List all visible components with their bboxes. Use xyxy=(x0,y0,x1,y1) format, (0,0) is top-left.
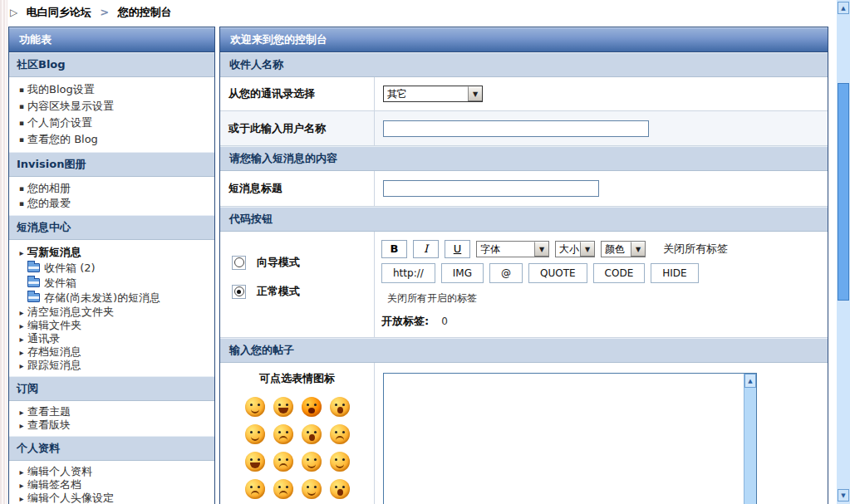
arrow-bullet-icon: ▸ xyxy=(16,306,27,319)
arrow-bullet-icon: ▸ xyxy=(16,320,27,332)
page-scrollbar-thumb[interactable] xyxy=(838,83,849,301)
emoticon-wide-eyes[interactable] xyxy=(330,479,350,499)
message-title-label: 短消息标题 xyxy=(220,171,375,206)
sidebar-section-subscriptions: 订阅 xyxy=(9,376,214,401)
section-code-buttons: 代码按钮 xyxy=(220,207,828,232)
breadcrumb: ▷ 电白同乡论坛 > 您的控制台 xyxy=(10,5,172,20)
sidebar-item-your-favorites[interactable]: ▪您的最爱 xyxy=(16,196,211,211)
wizard-mode-option[interactable]: 向导模式 xyxy=(232,255,366,270)
sidebar-item-my-blog-settings[interactable]: ▪我的Blog设置 xyxy=(16,81,211,98)
sidebar-item-edit-signature[interactable]: ▸编辑签名档 xyxy=(16,478,211,492)
sidebar-item-profile-intro-settings[interactable]: ▪个人简介设置 xyxy=(16,115,211,131)
arrow-bullet-icon: ▸ xyxy=(16,419,27,432)
folder-icon xyxy=(27,278,40,287)
address-book-select-label: 从您的通讯录选择 xyxy=(220,77,375,110)
square-bullet-icon: ▪ xyxy=(16,82,27,98)
wizard-mode-radio[interactable] xyxy=(232,256,246,270)
item-label: 个人简介设置 xyxy=(27,116,92,129)
emoticon-yell[interactable] xyxy=(302,397,322,417)
italic-button[interactable]: I xyxy=(413,240,439,258)
sidebar-item-edit-folders[interactable]: ▸编辑文件夹 xyxy=(16,319,211,332)
open-tags-count: 0 xyxy=(437,315,469,329)
address-book-select[interactable]: 其它 ▼ xyxy=(383,86,483,102)
code-button[interactable]: CODE xyxy=(593,263,646,283)
item-label: 编辑个人资料 xyxy=(27,465,92,477)
page-scrollbar[interactable]: ▲ ▼ xyxy=(837,0,850,504)
quote-button[interactable]: QUOTE xyxy=(528,263,587,283)
emoticon-smirk[interactable] xyxy=(330,452,350,472)
username-input-label: 或于此输入用户名称 xyxy=(220,111,375,145)
open-tags-label: 开放标签: xyxy=(381,315,429,327)
dropdown-arrow-icon[interactable]: ▼ xyxy=(468,86,482,101)
color-select-value: 颜色 xyxy=(602,242,631,257)
section-enter-post: 输入您的帖子 xyxy=(220,338,828,363)
item-label: 跟踪短消息 xyxy=(27,359,81,371)
emoticon-lick[interactable] xyxy=(245,424,265,444)
underline-button[interactable]: U xyxy=(445,240,470,258)
font-select[interactable]: 字体 ▼ xyxy=(476,241,549,257)
message-title-input[interactable] xyxy=(383,180,599,197)
sidebar-item-edit-avatar-settings[interactable]: ▸编辑个人头像设定 xyxy=(16,492,211,504)
page-scroll-down-button[interactable]: ▼ xyxy=(838,489,849,502)
bold-button[interactable]: B xyxy=(381,240,407,258)
emoticon-big-laugh[interactable] xyxy=(245,452,265,472)
emoticon-sealed-mouth[interactable] xyxy=(330,424,350,444)
down-arrow-icon: ▼ xyxy=(841,492,845,499)
textarea-scroll-up-button[interactable]: ▲ xyxy=(744,374,756,388)
address-book-select-value: 其它 xyxy=(384,86,468,101)
square-bullet-icon: ▪ xyxy=(16,181,27,196)
normal-mode-label: 正常模式 xyxy=(257,284,300,299)
item-label: 内容区块显示设置 xyxy=(27,100,114,112)
breadcrumb-current-page[interactable]: 您的控制台 xyxy=(118,6,172,18)
sidebar-item-view-your-blog[interactable]: ▪查看您的 Blog xyxy=(16,131,211,148)
sidebar-item-write-new-message[interactable]: ▸写新短消息 xyxy=(16,244,211,261)
sidebar-title: 功能表 xyxy=(9,27,214,52)
emoticon-sweat[interactable] xyxy=(273,452,293,472)
emoticon-shy[interactable] xyxy=(302,479,322,499)
sidebar-item-content-block-display[interactable]: ▪内容区块显示设置 xyxy=(16,98,211,115)
post-body-textarea[interactable]: ▲ xyxy=(383,373,757,504)
sidebar-item-inbox[interactable]: 收件箱 (2) xyxy=(16,261,211,276)
emoticon-sad[interactable] xyxy=(245,479,265,499)
emoticon-happy[interactable] xyxy=(302,452,322,472)
sidebar-item-track-messages[interactable]: ▸跟踪短消息 xyxy=(16,359,211,372)
dropdown-arrow-icon[interactable]: ▼ xyxy=(580,242,594,257)
emoticon-squint[interactable] xyxy=(273,479,293,499)
normal-mode-option[interactable]: 正常模式 xyxy=(232,284,366,299)
folder-icon xyxy=(27,263,40,272)
breadcrumb-forum-link[interactable]: 电白同乡论坛 xyxy=(27,6,91,18)
emoticon-tongue[interactable] xyxy=(273,397,293,417)
sidebar-item-archive-messages[interactable]: ▸存档短消息 xyxy=(16,345,211,359)
up-arrow-icon: ▲ xyxy=(748,378,752,384)
sidebar-item-saved-messages[interactable]: 存储(尚未发送)的短消息 xyxy=(16,291,211,306)
main-title: 欢迎来到您的控制台 xyxy=(220,27,828,52)
dropdown-arrow-icon[interactable]: ▼ xyxy=(534,242,548,257)
sidebar-item-empty-message-folders[interactable]: ▸清空短消息文件夹 xyxy=(16,306,211,319)
sidebar-panel: 功能表 社区Blog ▪我的Blog设置 ▪内容区块显示设置 ▪个人简介设置 ▪… xyxy=(8,27,215,504)
sidebar-item-view-forums[interactable]: ▸查看版块 xyxy=(16,418,211,432)
emoticon-ohmy[interactable] xyxy=(330,397,350,417)
emoticon-photographer[interactable] xyxy=(302,424,322,444)
sidebar-item-outbox[interactable]: 发件箱 xyxy=(16,276,211,291)
color-select[interactable]: 颜色 ▼ xyxy=(601,241,646,257)
close-all-tags-link[interactable]: 关闭所有标签 xyxy=(663,242,728,257)
sidebar-item-edit-profile[interactable]: ▸编辑个人资料 xyxy=(16,465,211,478)
img-button[interactable]: IMG xyxy=(441,263,484,283)
size-select[interactable]: 大小 ▼ xyxy=(555,241,595,257)
item-label: 您的相册 xyxy=(27,182,71,194)
username-input[interactable] xyxy=(383,120,649,137)
close-open-tags-button[interactable]: 关闭所有开启的标签 xyxy=(383,290,659,306)
email-button[interactable]: @ xyxy=(489,263,523,283)
sidebar-item-address-book[interactable]: ▸通讯录 xyxy=(16,332,211,345)
item-label: 查看版块 xyxy=(27,418,71,431)
hide-button[interactable]: HIDE xyxy=(651,263,698,283)
sidebar-item-view-topics[interactable]: ▸查看主题 xyxy=(16,405,211,418)
normal-mode-radio[interactable] xyxy=(232,285,246,299)
http-link-button[interactable]: http:// xyxy=(381,263,435,283)
page-scroll-up-button[interactable]: ▲ xyxy=(838,2,849,14)
emoticon-tremble[interactable] xyxy=(273,424,293,444)
textarea-scrollbar[interactable]: ▲ xyxy=(744,374,756,504)
dropdown-arrow-icon[interactable]: ▼ xyxy=(631,242,645,257)
sidebar-item-your-albums[interactable]: ▪您的相册 xyxy=(16,181,211,196)
emoticon-smile[interactable] xyxy=(245,397,265,417)
